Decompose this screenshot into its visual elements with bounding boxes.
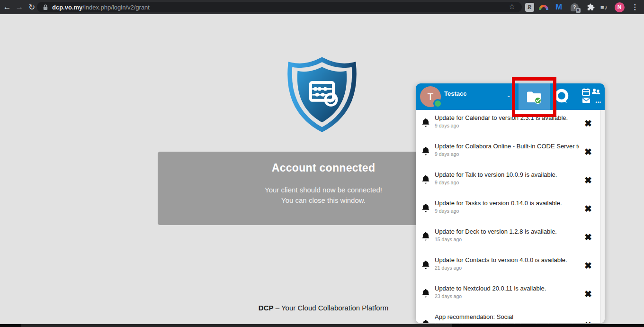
extension-music-list-icon[interactable]: ≡♪ [598, 0, 611, 14]
address-bar[interactable]: dcp.vo.my/index.php/login/v2/grant ☆ [37, 2, 522, 12]
close-notification-button[interactable]: ✖ [582, 259, 594, 272]
notification-item[interactable]: Update for Collabora Online - Built-in C… [416, 138, 600, 167]
notification-title: Update for Deck to version 1.2.8 is avai… [435, 227, 579, 236]
avatar-initial: T [428, 91, 434, 102]
notification-item[interactable]: Update to Nextcloud 20.0.11 is available… [416, 281, 600, 309]
notification-panel: T Testacc ⌄ [416, 83, 605, 323]
notification-time: 9 days ago [435, 179, 579, 186]
notification-time: 9 days ago [435, 208, 579, 215]
close-notification-button[interactable]: ✖ [582, 117, 594, 130]
reload-button[interactable]: ↻ [26, 0, 38, 14]
bell-icon [421, 319, 430, 323]
bell-icon [421, 146, 430, 155]
close-notification-button[interactable]: ✖ [582, 287, 594, 300]
lock-icon [43, 4, 48, 10]
extension-question-icon[interactable]: ? 0 [568, 0, 581, 14]
bookmark-star-icon[interactable]: ☆ [509, 2, 515, 11]
bell-icon [421, 232, 430, 241]
notification-item[interactable]: Update for Tasks to version 0.14.0 is av… [416, 195, 600, 224]
notification-item[interactable]: Update for Talk to version 10.0.9 is ava… [416, 167, 600, 195]
back-button[interactable]: ← [1, 0, 13, 14]
bell-icon [421, 203, 430, 212]
extension-rainbow-icon[interactable] [537, 0, 550, 14]
username-label: Testacc [444, 90, 466, 97]
notification-time: 9 days ago [435, 151, 579, 158]
puzzle-icon [587, 3, 595, 11]
brand-name: DCP [259, 304, 274, 312]
browser-profile-avatar[interactable]: N [613, 0, 626, 14]
notification-time: 21 days ago [435, 264, 579, 272]
close-notification-button[interactable]: ✖ [582, 318, 594, 323]
bell-icon [421, 118, 430, 127]
notification-title: Update for Calendar to version 2.3.1 is … [435, 114, 579, 122]
extension-badge: 0 [576, 8, 581, 13]
url-domain: dcp.vo.my [52, 4, 82, 11]
notification-list: Update for Calendar to version 2.3.1 is … [416, 110, 600, 323]
notification-subtitle: Nextcloud becomes part of the federated … [435, 321, 579, 323]
notification-title: Update to Nextcloud 20.0.11 is available… [435, 284, 579, 293]
url-path: /index.php/login/v2/grant [82, 4, 150, 11]
notification-item[interactable]: Update for Deck to version 1.2.8 is avai… [416, 224, 600, 252]
extensions-puzzle-icon[interactable] [584, 0, 597, 14]
folder-synced-icon [526, 90, 542, 104]
panel-scrollbar[interactable] [600, 110, 605, 323]
chevron-down-icon[interactable]: ⌄ [507, 93, 510, 98]
files-tab-selected[interactable] [519, 83, 550, 110]
browser-menu-button[interactable]: ⋮ [628, 0, 642, 14]
close-notification-button[interactable]: ✖ [582, 230, 594, 244]
notification-item[interactable]: App recommendation: Social Nextcloud bec… [416, 309, 600, 323]
notification-time: 9 days ago [435, 122, 579, 129]
notification-title: Update for Talk to version 10.0.9 is ava… [435, 171, 579, 179]
close-notification-button[interactable]: ✖ [582, 173, 594, 187]
bell-icon [421, 260, 430, 269]
extension-malwarebytes-icon[interactable]: M [552, 0, 565, 14]
user-avatar[interactable]: T [420, 86, 441, 107]
notification-time: 23 days ago [435, 293, 579, 300]
talk-icon[interactable] [554, 88, 571, 105]
bell-icon [421, 175, 430, 184]
shield-logo [281, 53, 363, 135]
notification-time: 15 days ago [435, 236, 579, 243]
notification-item[interactable]: Update for Contacts to version 4.0.0 is … [416, 252, 600, 281]
panel-header: T Testacc ⌄ [416, 83, 605, 110]
rainbow-arc-icon [539, 5, 548, 10]
bell-icon [421, 289, 430, 298]
forward-button[interactable]: → [13, 0, 26, 14]
browser-toolbar: ← → ↻ dcp.vo.my/index.php/login/v2/grant… [0, 0, 644, 14]
more-dots-icon: ••• [596, 100, 601, 105]
extension-r-icon[interactable]: R [523, 0, 536, 14]
online-status-icon [433, 99, 442, 108]
close-notification-button[interactable]: ✖ [582, 202, 594, 215]
close-notification-button[interactable]: ✖ [582, 145, 594, 158]
notification-item[interactable]: Update for Calendar to version 2.3.1 is … [416, 110, 600, 138]
taskbar-edge [0, 324, 644, 327]
notification-title: Update for Tasks to version 0.14.0 is av… [435, 199, 579, 208]
notification-title: App recommendation: Social [435, 313, 579, 321]
notification-title: Update for Contacts to version 4.0.0 is … [435, 256, 579, 264]
groupware-apps-button[interactable]: ••• [581, 88, 601, 106]
notification-title: Update for Collabora Online - Built-in C… [435, 142, 579, 151]
